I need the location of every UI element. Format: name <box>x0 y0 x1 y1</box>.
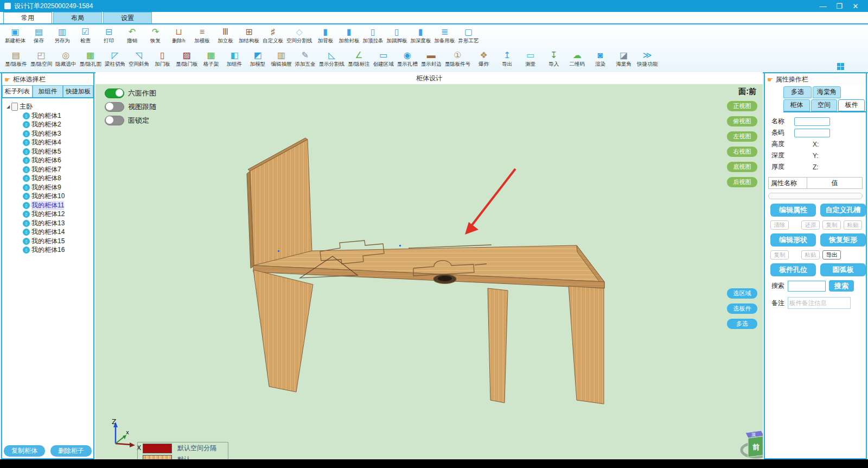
measure-button[interactable]: ▭ 测量 <box>519 49 542 68</box>
custom-hole-slot-button[interactable]: 自定义孔槽 <box>820 204 866 217</box>
close-button[interactable]: ✕ <box>848 2 863 10</box>
grid-rack-button[interactable]: ▦ 格子架 <box>200 49 223 68</box>
redo-button[interactable]: ↷ 恢复 <box>144 26 167 45</box>
show-hide-holes-button[interactable]: ▦ 显/隐孔面 <box>78 49 103 68</box>
barcode-field[interactable] <box>794 129 830 137</box>
mini-button[interactable]: 粘贴 <box>801 250 820 260</box>
cabinet-item[interactable]: ▯ 我的柜体7 <box>2 165 93 174</box>
cabinet-item[interactable]: ▯ 我的柜体2 <box>2 121 93 130</box>
desk-back-panel[interactable] <box>250 140 312 266</box>
board-holes-button[interactable]: 板件孔位 <box>770 263 816 276</box>
toggle-switch[interactable] <box>105 116 124 125</box>
add-model-button[interactable]: ◩ 加模型 <box>246 49 270 68</box>
desk-middle-leg[interactable] <box>488 288 508 403</box>
mini-button[interactable]: 复制 <box>822 220 841 230</box>
view-button[interactable]: 左视图 <box>727 131 757 142</box>
properties-tab[interactable]: 板件 <box>838 99 865 111</box>
space-divider-button[interactable]: ◇ 空间分割线 <box>285 26 314 45</box>
properties-tab[interactable]: 柜体 <box>783 99 810 111</box>
arc-board-button[interactable]: 圆弧板 <box>820 263 866 276</box>
search-button[interactable]: 搜索 <box>829 280 854 292</box>
check-button[interactable]: ☑ 检查 <box>74 26 97 45</box>
space-bevel-button[interactable]: ◹ 空间斜角 <box>127 49 151 68</box>
show-hide-door-button[interactable]: ▨ 显/隐门板 <box>174 49 200 68</box>
show-divider-button[interactable]: ◺ 显示分割线 <box>317 49 347 68</box>
add-back-board-button[interactable]: ▮ 加背板 <box>314 26 337 45</box>
cabinet-item[interactable]: ▯ 我的柜体9 <box>2 183 93 192</box>
show-hide-board-button[interactable]: ▤ 显/隐板件 <box>3 49 29 68</box>
cabinet-item[interactable]: ▯ 我的柜体8 <box>2 174 93 184</box>
add-hardware-button[interactable]: ✎ 添加五金 <box>293 49 317 68</box>
cabinet-item[interactable]: ▯ 我的柜体1 <box>2 111 93 121</box>
sidebar-tab[interactable]: 快捷加板 <box>63 85 93 97</box>
add-door-button[interactable]: ▯ 加门板 <box>151 49 174 68</box>
cabinet-item[interactable]: ▯ 我的柜体12 <box>2 210 93 219</box>
cabinet-item[interactable]: ▯ 我的柜体15 <box>2 237 93 246</box>
show-edgeband-button[interactable]: ▬ 显示封边 <box>419 49 443 68</box>
cabinet-item[interactable]: ▯ 我的柜体10 <box>2 192 93 201</box>
edit-attrs-button[interactable]: 编辑属性 <box>770 204 816 217</box>
edit-drawer-button[interactable]: ▥ 编辑抽屉 <box>270 49 293 68</box>
add-kick-board-button[interactable]: ▯ 加踢脚板 <box>385 26 409 45</box>
mini-button[interactable]: 复制 <box>770 250 789 260</box>
add-horizontal-board-button[interactable]: ≡ 加横板 <box>190 26 214 45</box>
viewport-3d[interactable]: Z x X 顶 前 六面作图 <box>95 84 763 459</box>
import-button[interactable]: ↧ 导入 <box>542 49 565 68</box>
properties-tab[interactable]: 多选 <box>783 86 812 98</box>
properties-tab[interactable]: 海棠角 <box>813 86 841 98</box>
add-component-button[interactable]: ◧ 加组件 <box>223 49 246 68</box>
ribbon-tab[interactable]: 布局 <box>53 12 102 23</box>
explode-button[interactable]: ❖ 爆炸 <box>472 49 495 68</box>
save-as-button[interactable]: ▥ 另存为 <box>50 26 74 45</box>
cabinet-item[interactable]: ▯ 我的柜体3 <box>2 129 93 138</box>
desk-left-panel[interactable] <box>253 270 313 392</box>
view-button[interactable]: 后视图 <box>727 177 757 187</box>
copy-cabinet-button[interactable]: 复制柜体 <box>4 445 45 457</box>
cabinet-item[interactable]: ▯ 我的柜体13 <box>2 219 93 228</box>
edit-shape-button[interactable]: 编辑形状 <box>770 233 816 246</box>
ribbon-tab[interactable]: 设置 <box>103 12 152 23</box>
cabinet-item[interactable]: ▯ 我的柜体14 <box>2 228 93 237</box>
maximize-button[interactable]: ❐ <box>832 2 846 10</box>
export-mini-button[interactable]: 导出 <box>822 250 841 260</box>
properties-tab[interactable]: 空间 <box>811 99 838 111</box>
search-input[interactable] <box>788 281 826 292</box>
add-structure-board-button[interactable]: ⊞ 加结构板 <box>237 26 261 45</box>
view-button[interactable]: 俯视图 <box>727 116 757 127</box>
desk-3d-model[interactable]: Z x X 顶 前 <box>95 84 763 459</box>
export-button[interactable]: ↥ 导出 <box>495 49 519 68</box>
quick-functions-button[interactable]: ≫ 快捷功能 <box>635 49 659 68</box>
cabinet-item[interactable]: ▯ 我的柜体16 <box>2 246 93 255</box>
select-button[interactable]: 选区域 <box>727 288 757 299</box>
expander-icon[interactable]: ◢ <box>7 104 10 109</box>
view-button[interactable]: 底视图 <box>727 162 757 172</box>
toggle-switch[interactable] <box>105 88 124 98</box>
hide-selected-button[interactable]: ◎ 隐藏选中 <box>54 49 78 68</box>
add-depth-board-button[interactable]: ▮ 加深度板 <box>409 26 433 45</box>
mini-button[interactable]: 清除 <box>770 220 789 230</box>
add-top-bar-button[interactable]: ▯ 加顶拉条 <box>361 26 385 45</box>
undo-button[interactable]: ↶ 撤销 <box>120 26 144 45</box>
beam-corner-cut-button[interactable]: ◸ 梁柱切角 <box>103 49 127 68</box>
view-button[interactable]: 正视图 <box>727 101 757 111</box>
toggle-switch[interactable] <box>105 102 124 112</box>
show-board-number-button[interactable]: ① 显隐板件号 <box>443 49 473 68</box>
cabinet-item[interactable]: ▯ 我的柜体11 <box>2 201 93 210</box>
show-holes-button[interactable]: ◉ 显示孔槽 <box>395 49 419 68</box>
remark-input[interactable] <box>788 297 851 309</box>
print-button[interactable]: ⊟ 打印 <box>97 26 120 45</box>
tree-root-bedroom[interactable]: ◢ 主卧 <box>2 102 93 111</box>
delete-button[interactable]: ⊔ 删除h <box>167 26 190 45</box>
show-hide-dimension-button[interactable]: ∠ 显/隐标注 <box>346 49 372 68</box>
save-button[interactable]: ▤ 保存 <box>27 26 50 45</box>
delete-cabinet-button[interactable]: 删除柜子 <box>50 445 92 457</box>
custom-board-button[interactable]: ♯ 自定义板 <box>261 26 285 45</box>
view-cube[interactable]: 顶 前 <box>742 431 763 457</box>
qrcode-button[interactable]: ☁ 二维码 <box>565 49 589 68</box>
restore-rectangle-button[interactable]: 恢复矩形 <box>820 233 866 246</box>
cabinet-item[interactable]: ▯ 我的柜体6 <box>2 156 93 166</box>
sidebar-tab[interactable]: 柜子列表 <box>2 85 33 97</box>
begonia-corner-button[interactable]: ◪ 海棠角 <box>612 49 635 68</box>
new-cabinet-button[interactable]: ▣ 新建柜体 <box>3 26 27 45</box>
desk-right-leg[interactable] <box>569 286 604 404</box>
